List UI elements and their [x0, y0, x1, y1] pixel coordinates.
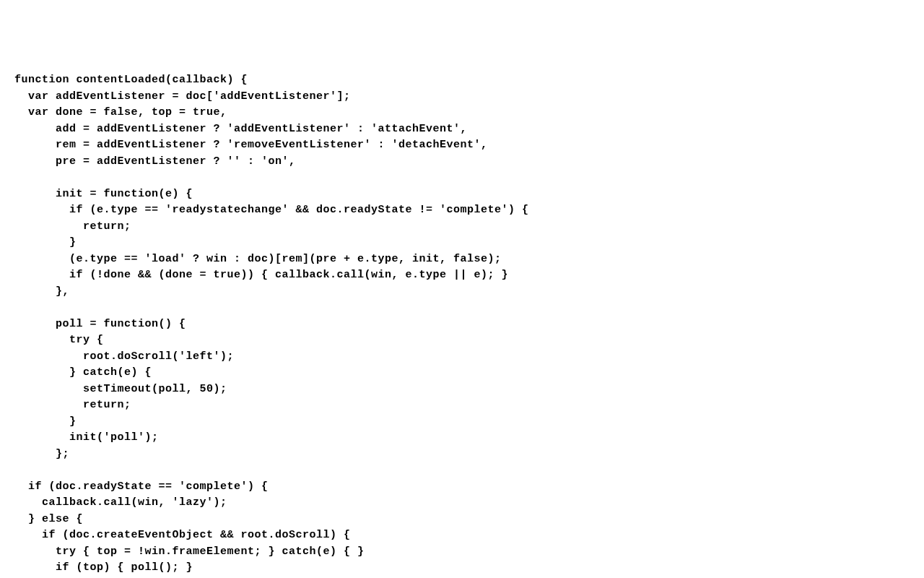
code-snippet: function contentLoaded(callback) { var a…	[14, 72, 910, 578]
